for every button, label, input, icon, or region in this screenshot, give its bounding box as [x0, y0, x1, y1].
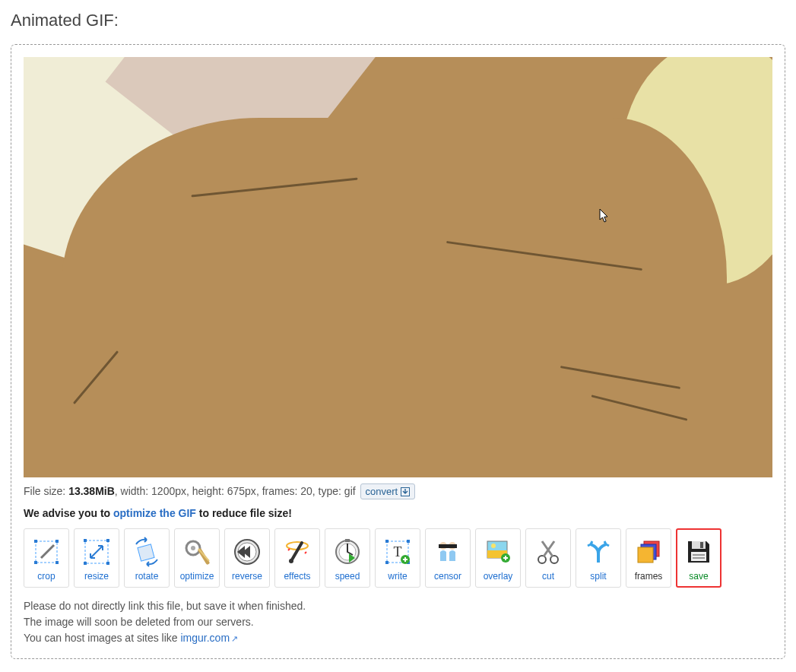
advice-suffix: to reduce file size!	[196, 507, 292, 519]
effects-label: effects	[284, 571, 310, 582]
reverse-label: reverse	[232, 571, 262, 582]
svg-rect-10	[106, 562, 109, 565]
overlay-label: overlay	[484, 571, 513, 582]
svg-point-34	[491, 544, 496, 548]
preview-shape	[62, 118, 727, 477]
resize-icon	[81, 536, 113, 568]
mouse-cursor-icon	[599, 208, 610, 223]
type-value: gif	[344, 485, 356, 497]
censor-label: censor	[434, 571, 461, 582]
speed-icon	[331, 536, 363, 568]
crop-icon	[30, 536, 62, 568]
resize-label: resize	[84, 571, 109, 582]
svg-rect-45	[693, 557, 705, 559]
imgur-link[interactable]: imgur.com	[181, 632, 230, 644]
save-icon	[683, 536, 715, 568]
file-info: File size: 13.38MiB, width: 1200px, heig…	[24, 483, 772, 499]
svg-point-18	[289, 559, 293, 563]
svg-text:T: T	[394, 544, 402, 559]
page-title: Animated GIF:	[11, 11, 785, 30]
optimize-label: optimize	[180, 571, 214, 582]
height-value: 675px	[227, 485, 256, 497]
toolbar: crop resize	[24, 528, 772, 588]
optimize-icon	[181, 536, 213, 568]
overlay-icon	[482, 536, 514, 568]
write-button[interactable]: T write	[375, 528, 420, 588]
svg-rect-5	[55, 561, 59, 564]
gif-panel: File size: 13.38MiB, width: 1200px, heig…	[11, 44, 785, 659]
svg-rect-2	[34, 540, 37, 543]
crop-button[interactable]: crop	[24, 528, 69, 588]
convert-label: convert	[366, 486, 398, 497]
type-label: , type:	[312, 485, 344, 497]
download-icon	[401, 487, 410, 496]
width-label: , width:	[115, 485, 151, 497]
svg-rect-4	[34, 561, 37, 564]
censor-button[interactable]: censor	[425, 528, 471, 588]
cut-button[interactable]: cut	[525, 528, 571, 588]
effects-button[interactable]: effects	[274, 528, 320, 588]
svg-rect-7	[84, 539, 87, 542]
svg-rect-43	[691, 552, 706, 561]
svg-rect-31	[439, 544, 457, 548]
svg-rect-11	[138, 544, 154, 561]
rotate-label: rotate	[135, 571, 159, 582]
effects-icon	[281, 536, 313, 568]
rotate-button[interactable]: rotate	[124, 528, 170, 588]
size-label: File size:	[24, 485, 68, 497]
write-icon: T	[382, 536, 414, 568]
cut-icon	[532, 536, 564, 568]
svg-rect-24	[407, 540, 410, 543]
cut-label: cut	[542, 571, 554, 582]
svg-rect-9	[84, 562, 87, 565]
frames-icon	[633, 536, 664, 568]
resize-button[interactable]: resize	[74, 528, 119, 588]
svg-point-36	[538, 556, 546, 563]
height-label: , height:	[186, 485, 227, 497]
censor-icon	[432, 536, 464, 568]
crop-label: crop	[37, 571, 55, 582]
frames-button[interactable]: frames	[626, 528, 671, 588]
svg-rect-25	[385, 561, 388, 564]
convert-button[interactable]: convert	[360, 483, 416, 499]
split-label: split	[590, 571, 606, 582]
notes: Please do not directly link this file, b…	[24, 598, 772, 646]
note-3-prefix: You can host images at sites like	[24, 632, 181, 644]
width-value: 1200px	[151, 485, 186, 497]
rotate-icon	[131, 536, 163, 568]
svg-point-37	[550, 556, 558, 563]
note-line-3: You can host images at sites like imgur.…	[24, 630, 772, 646]
overlay-button[interactable]: overlay	[475, 528, 521, 588]
svg-rect-3	[55, 540, 59, 543]
frames-label: frames	[635, 571, 663, 582]
reverse-button[interactable]: reverse	[224, 528, 270, 588]
svg-point-14	[191, 546, 195, 550]
note-line-2: The image will soon be deleted from our …	[24, 614, 772, 630]
split-button[interactable]: split	[576, 528, 621, 588]
svg-rect-42	[700, 542, 703, 548]
optimize-link[interactable]: optimize the GIF	[113, 507, 196, 519]
external-link-icon: ↗	[231, 634, 238, 643]
advice-text: We advise you to optimize the GIF to red…	[24, 507, 772, 519]
save-label: save	[689, 571, 708, 582]
svg-rect-41	[692, 541, 706, 549]
svg-rect-8	[106, 539, 109, 542]
split-icon	[582, 536, 614, 568]
reverse-icon	[231, 536, 263, 568]
speed-button[interactable]: speed	[325, 528, 370, 588]
svg-rect-44	[693, 554, 705, 556]
size-value: 13.38MiB	[68, 485, 115, 497]
write-label: write	[388, 571, 407, 582]
speed-label: speed	[335, 571, 360, 582]
save-button[interactable]: save	[676, 528, 721, 588]
gif-preview	[24, 57, 772, 477]
svg-rect-40	[638, 547, 653, 563]
note-line-1: Please do not directly link this file, b…	[24, 598, 772, 614]
frames-label: , frames:	[256, 485, 300, 497]
svg-rect-23	[385, 540, 388, 543]
advice-prefix: We advise you to	[24, 507, 113, 519]
frames-value: 20	[300, 485, 312, 497]
optimize-button[interactable]: optimize	[174, 528, 220, 588]
svg-rect-21	[345, 539, 350, 542]
